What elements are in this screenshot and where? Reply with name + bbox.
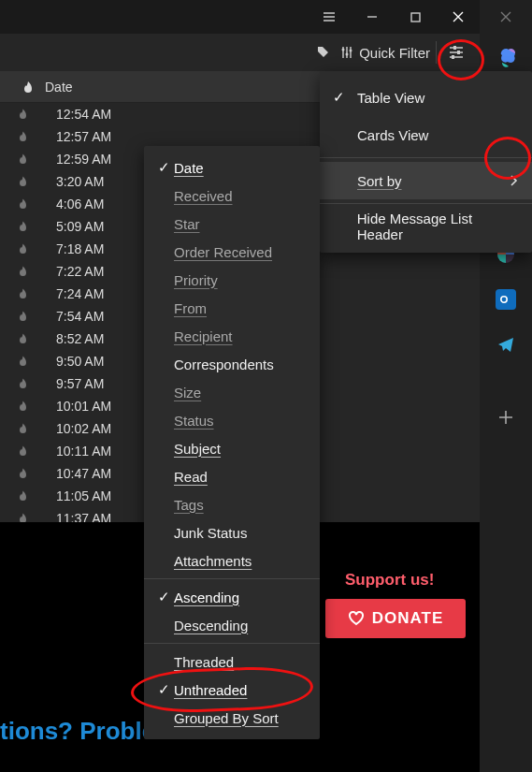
sort-subject[interactable]: Subject — [144, 434, 320, 462]
sort-star[interactable]: Star — [144, 210, 320, 238]
sort-status[interactable]: Status — [144, 406, 320, 434]
maximize-button[interactable] — [394, 0, 437, 34]
sort-correspondents[interactable]: Correspondents — [144, 350, 320, 378]
row-time: 11:05 AM — [45, 488, 111, 503]
sort-order-received[interactable]: Order Received — [144, 238, 320, 266]
sort-received[interactable]: Received — [144, 182, 320, 210]
svg-rect-6 — [453, 46, 456, 50]
donate-button[interactable]: DONATE — [325, 599, 466, 638]
close-button[interactable] — [437, 0, 480, 34]
support-label: Support us! — [345, 571, 434, 590]
flame-icon — [0, 401, 45, 413]
row-time: 10:47 AM — [45, 466, 111, 481]
chevron-right-icon — [510, 175, 519, 186]
sort-grouped[interactable]: Grouped By Sort — [144, 704, 320, 732]
hamburger-icon[interactable] — [308, 0, 351, 34]
svg-point-4 — [346, 53, 349, 56]
flame-header-icon — [11, 80, 45, 94]
row-time: 7:18 AM — [45, 241, 104, 256]
filter-bar: Quick Filter — [0, 34, 480, 71]
copilot-icon[interactable] — [496, 45, 522, 71]
sort-junk[interactable]: Junk Status — [144, 518, 320, 546]
view-menu: Table View Cards View Sort by Hide Messa… — [320, 71, 532, 253]
row-time: 12:54 AM — [45, 107, 111, 122]
row-time: 4:06 AM — [45, 197, 104, 211]
row-time: 10:11 AM — [45, 444, 111, 459]
row-time: 9:57 AM — [45, 376, 104, 391]
svg-rect-7 — [457, 51, 460, 54]
rail-add-icon[interactable] — [480, 395, 532, 440]
rail-outlook-icon[interactable] — [480, 277, 532, 322]
menu-table-view[interactable]: Table View — [320, 79, 532, 116]
tag-icon[interactable] — [316, 46, 329, 59]
sort-read[interactable]: Read — [144, 462, 320, 490]
flame-icon — [0, 266, 45, 278]
row-time: 7:54 AM — [45, 309, 104, 324]
flame-icon — [0, 468, 45, 480]
secondary-close-button[interactable] — [480, 0, 532, 34]
svg-point-5 — [350, 50, 352, 52]
sort-threaded[interactable]: Threaded — [144, 648, 320, 676]
sort-tags[interactable]: Tags — [144, 490, 320, 518]
row-time: 5:09 AM — [45, 219, 104, 234]
window-titlebar — [0, 0, 480, 34]
view-options-icon[interactable] — [448, 45, 465, 60]
flame-icon — [0, 356, 45, 368]
row-time: 12:59 AM — [45, 152, 111, 167]
row-time: 8:52 AM — [45, 331, 104, 346]
row-time: 7:24 AM — [45, 286, 104, 301]
donate-label: DONATE — [372, 609, 444, 628]
flame-icon — [0, 378, 45, 390]
sort-menu: ✓Date Received Star Order Received Prior… — [144, 146, 320, 739]
flame-icon — [0, 333, 45, 345]
sliders-icon[interactable] — [340, 46, 353, 59]
flame-icon — [0, 176, 45, 188]
svg-point-3 — [342, 49, 345, 51]
menu-hide-header[interactable]: Hide Message List Header — [320, 208, 532, 245]
sort-descending[interactable]: Descending — [144, 611, 320, 639]
menu-sort-by[interactable]: Sort by — [320, 162, 532, 199]
sort-date[interactable]: ✓Date — [144, 153, 320, 182]
menu-cards-view[interactable]: Cards View — [320, 116, 532, 153]
flame-icon — [0, 153, 45, 166]
date-column-header: Date — [45, 80, 73, 95]
sort-recipient[interactable]: Recipient — [144, 322, 320, 350]
sort-size[interactable]: Size — [144, 378, 320, 406]
sort-attachments[interactable]: Attachments — [144, 546, 320, 575]
minimize-button[interactable] — [351, 0, 394, 34]
row-time: 7:22 AM — [45, 264, 104, 279]
row-time: 9:50 AM — [45, 354, 104, 369]
flame-icon — [0, 423, 45, 435]
row-time: 10:01 AM — [45, 399, 111, 414]
sort-priority[interactable]: Priority — [144, 266, 320, 294]
sort-ascending[interactable]: ✓Ascending — [144, 583, 320, 611]
row-time: 10:02 AM — [45, 421, 111, 436]
row-time: 12:57 AM — [45, 129, 111, 144]
quick-filter-label[interactable]: Quick Filter — [359, 45, 430, 61]
flame-icon — [0, 109, 45, 121]
flame-icon — [0, 221, 45, 233]
row-time: 3:20 AM — [45, 174, 104, 189]
flame-icon — [0, 243, 45, 255]
svg-rect-2 — [411, 13, 420, 22]
sort-from[interactable]: From — [144, 294, 320, 322]
flame-icon — [0, 131, 45, 143]
sort-unthreaded[interactable]: ✓Unthreaded — [144, 676, 320, 704]
flame-icon — [0, 198, 45, 211]
flame-icon — [0, 311, 45, 323]
flame-icon — [0, 288, 45, 300]
flame-icon — [0, 490, 45, 503]
svg-rect-8 — [452, 55, 454, 59]
flame-icon — [0, 445, 45, 458]
rail-telegram-icon[interactable] — [480, 322, 532, 367]
